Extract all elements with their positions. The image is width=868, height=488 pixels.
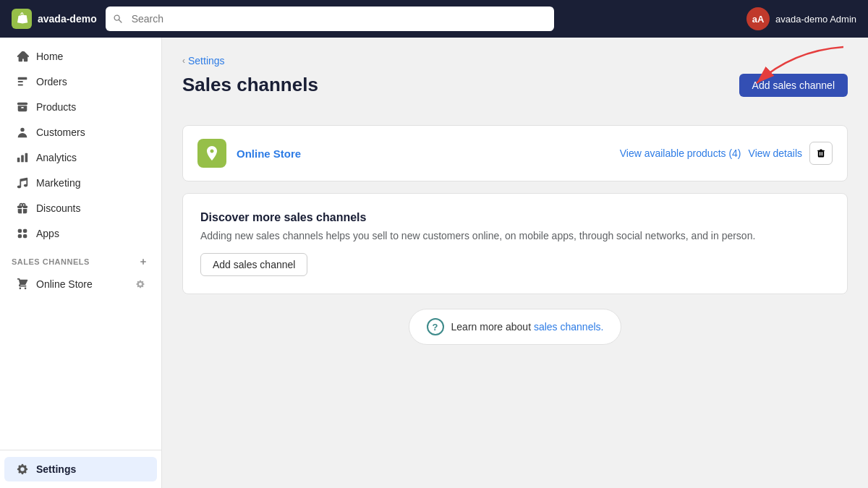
main-content: ‹ Settings Sales channels Add sales chan… <box>162 38 868 488</box>
sidebar-marketing-label: Marketing <box>36 177 80 189</box>
sales-channels-link[interactable]: sales channels. <box>534 321 604 333</box>
page-header: Sales channels Add sales channel <box>182 74 848 111</box>
sidebar-item-marketing[interactable]: Marketing <box>4 171 157 195</box>
sidebar-item-home[interactable]: Home <box>4 44 157 69</box>
brand[interactable]: avada-demo <box>12 9 97 29</box>
online-store-actions: View available products (4) View details <box>620 142 833 165</box>
learn-more-pill: ? Learn more about sales channels. <box>409 309 622 345</box>
settings-icon <box>16 463 29 476</box>
marketing-icon <box>16 176 29 189</box>
discover-title: Discover more sales channels <box>200 211 830 224</box>
view-details-link[interactable]: View details <box>749 147 802 159</box>
topnav-right: aA avada-demo Admin <box>746 7 856 30</box>
orders-icon <box>16 75 29 88</box>
sidebar-products-label: Products <box>36 101 76 113</box>
sidebar-analytics-label: Analytics <box>36 152 77 163</box>
learn-more-icon: ? <box>427 318 444 335</box>
sidebar-discounts-label: Discounts <box>36 202 80 214</box>
page-title: Sales channels <box>182 74 318 96</box>
analytics-icon <box>16 151 29 164</box>
customers-icon <box>16 126 29 139</box>
sidebar-settings-label: Settings <box>36 463 76 475</box>
learn-more-text: Learn more about sales channels. <box>451 321 604 333</box>
sidebar-bottom: Settings <box>0 450 161 488</box>
online-store-name[interactable]: Online Store <box>237 147 301 160</box>
breadcrumb-arrow-icon: ‹ <box>182 56 185 66</box>
sidebar-nav: Home Orders Products Custo <box>0 38 161 303</box>
add-sales-channel-button[interactable]: Add sales channel <box>739 74 848 97</box>
sales-channels-section-title: SALES CHANNELS <box>0 247 161 271</box>
online-store-icon <box>16 278 29 291</box>
sidebar-apps-label: Apps <box>36 228 59 239</box>
sidebar-customers-label: Customers <box>36 127 85 138</box>
search-container <box>106 7 554 31</box>
search-icon <box>113 14 123 24</box>
online-store-logo-icon <box>197 139 226 168</box>
online-store-card: Online Store View available products (4)… <box>182 125 848 181</box>
sidebar-item-analytics[interactable]: Analytics <box>4 145 157 170</box>
sidebar-home-label: Home <box>36 51 63 62</box>
shopify-logo-icon <box>12 9 32 29</box>
products-icon <box>16 100 29 114</box>
sidebar-item-orders[interactable]: Orders <box>4 69 157 94</box>
sidebar-item-online-store[interactable]: Online Store <box>4 272 157 296</box>
sidebar-online-store-label: Online Store <box>36 278 93 290</box>
home-icon <box>16 50 29 63</box>
brand-name: avada-demo <box>38 13 97 25</box>
sidebar-orders-label: Orders <box>36 76 67 87</box>
apps-icon <box>16 227 29 240</box>
avatar[interactable]: aA <box>746 7 770 30</box>
channel-settings-icon[interactable] <box>135 279 145 289</box>
sidebar: Home Orders Products Custo <box>0 38 162 488</box>
add-sales-channel-icon[interactable] <box>137 255 150 268</box>
search-input[interactable] <box>106 7 554 31</box>
discover-card: Discover more sales channels Adding new … <box>182 193 848 294</box>
discover-description: Adding new sales channels helps you sell… <box>200 230 830 241</box>
sidebar-item-discounts[interactable]: Discounts <box>4 196 157 221</box>
sidebar-item-apps[interactable]: Apps <box>4 221 157 246</box>
view-available-products-link[interactable]: View available products (4) <box>620 147 741 159</box>
admin-name: avada-demo Admin <box>775 14 856 25</box>
topnav: avada-demo aA avada-demo Admin <box>0 0 868 38</box>
breadcrumb-settings-link[interactable]: Settings <box>188 55 225 67</box>
sidebar-item-customers[interactable]: Customers <box>4 120 157 145</box>
breadcrumb: ‹ Settings <box>182 55 848 67</box>
discover-add-channel-button[interactable]: Add sales channel <box>200 253 307 276</box>
sidebar-item-products[interactable]: Products <box>4 95 157 119</box>
delete-channel-button[interactable] <box>809 142 833 165</box>
sidebar-item-settings[interactable]: Settings <box>4 457 157 481</box>
discounts-icon <box>16 202 29 215</box>
online-store-card-row: Online Store View available products (4)… <box>183 126 847 181</box>
